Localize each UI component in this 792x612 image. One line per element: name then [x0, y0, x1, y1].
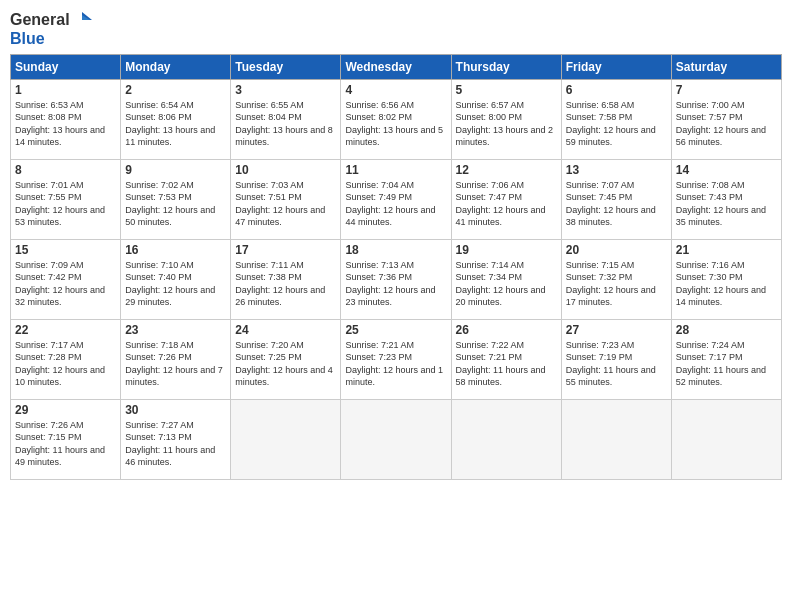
day-number: 18	[345, 243, 446, 257]
day-number: 11	[345, 163, 446, 177]
day-info: Sunrise: 7:06 AMSunset: 7:47 PMDaylight:…	[456, 179, 557, 229]
day-info: Sunrise: 7:11 AMSunset: 7:38 PMDaylight:…	[235, 259, 336, 309]
day-number: 9	[125, 163, 226, 177]
col-thursday: Thursday	[451, 54, 561, 79]
calendar-cell: 23Sunrise: 7:18 AMSunset: 7:26 PMDayligh…	[121, 319, 231, 399]
calendar-cell: 1Sunrise: 6:53 AMSunset: 8:08 PMDaylight…	[11, 79, 121, 159]
day-info: Sunrise: 7:01 AMSunset: 7:55 PMDaylight:…	[15, 179, 116, 229]
day-info: Sunrise: 6:53 AMSunset: 8:08 PMDaylight:…	[15, 99, 116, 149]
day-info: Sunrise: 7:18 AMSunset: 7:26 PMDaylight:…	[125, 339, 226, 389]
calendar-cell	[671, 399, 781, 479]
calendar-cell: 2Sunrise: 6:54 AMSunset: 8:06 PMDaylight…	[121, 79, 231, 159]
day-info: Sunrise: 7:09 AMSunset: 7:42 PMDaylight:…	[15, 259, 116, 309]
day-info: Sunrise: 7:16 AMSunset: 7:30 PMDaylight:…	[676, 259, 777, 309]
header-row: Sunday Monday Tuesday Wednesday Thursday…	[11, 54, 782, 79]
day-number: 17	[235, 243, 336, 257]
calendar-cell: 28Sunrise: 7:24 AMSunset: 7:17 PMDayligh…	[671, 319, 781, 399]
day-number: 25	[345, 323, 446, 337]
day-info: Sunrise: 7:17 AMSunset: 7:28 PMDaylight:…	[15, 339, 116, 389]
calendar-cell: 18Sunrise: 7:13 AMSunset: 7:36 PMDayligh…	[341, 239, 451, 319]
day-number: 20	[566, 243, 667, 257]
calendar-cell: 29Sunrise: 7:26 AMSunset: 7:15 PMDayligh…	[11, 399, 121, 479]
day-info: Sunrise: 7:23 AMSunset: 7:19 PMDaylight:…	[566, 339, 667, 389]
calendar-table: Sunday Monday Tuesday Wednesday Thursday…	[10, 54, 782, 480]
calendar-row: 22Sunrise: 7:17 AMSunset: 7:28 PMDayligh…	[11, 319, 782, 399]
day-info: Sunrise: 7:22 AMSunset: 7:21 PMDaylight:…	[456, 339, 557, 389]
col-friday: Friday	[561, 54, 671, 79]
day-number: 23	[125, 323, 226, 337]
day-number: 26	[456, 323, 557, 337]
day-info: Sunrise: 7:03 AMSunset: 7:51 PMDaylight:…	[235, 179, 336, 229]
calendar-cell: 4Sunrise: 6:56 AMSunset: 8:02 PMDaylight…	[341, 79, 451, 159]
day-info: Sunrise: 6:54 AMSunset: 8:06 PMDaylight:…	[125, 99, 226, 149]
day-number: 4	[345, 83, 446, 97]
calendar-cell: 19Sunrise: 7:14 AMSunset: 7:34 PMDayligh…	[451, 239, 561, 319]
calendar-cell: 14Sunrise: 7:08 AMSunset: 7:43 PMDayligh…	[671, 159, 781, 239]
day-number: 16	[125, 243, 226, 257]
calendar-cell: 27Sunrise: 7:23 AMSunset: 7:19 PMDayligh…	[561, 319, 671, 399]
calendar-cell: 30Sunrise: 7:27 AMSunset: 7:13 PMDayligh…	[121, 399, 231, 479]
calendar-cell: 16Sunrise: 7:10 AMSunset: 7:40 PMDayligh…	[121, 239, 231, 319]
calendar-cell: 24Sunrise: 7:20 AMSunset: 7:25 PMDayligh…	[231, 319, 341, 399]
logo-container: General Blue	[10, 10, 92, 48]
calendar-cell: 11Sunrise: 7:04 AMSunset: 7:49 PMDayligh…	[341, 159, 451, 239]
col-wednesday: Wednesday	[341, 54, 451, 79]
calendar-cell: 12Sunrise: 7:06 AMSunset: 7:47 PMDayligh…	[451, 159, 561, 239]
day-number: 6	[566, 83, 667, 97]
day-info: Sunrise: 7:07 AMSunset: 7:45 PMDaylight:…	[566, 179, 667, 229]
day-info: Sunrise: 7:14 AMSunset: 7:34 PMDaylight:…	[456, 259, 557, 309]
calendar-cell: 17Sunrise: 7:11 AMSunset: 7:38 PMDayligh…	[231, 239, 341, 319]
calendar-cell: 7Sunrise: 7:00 AMSunset: 7:57 PMDaylight…	[671, 79, 781, 159]
calendar-row: 8Sunrise: 7:01 AMSunset: 7:55 PMDaylight…	[11, 159, 782, 239]
calendar-cell: 25Sunrise: 7:21 AMSunset: 7:23 PMDayligh…	[341, 319, 451, 399]
day-info: Sunrise: 6:56 AMSunset: 8:02 PMDaylight:…	[345, 99, 446, 149]
calendar-cell: 6Sunrise: 6:58 AMSunset: 7:58 PMDaylight…	[561, 79, 671, 159]
calendar-body: 1Sunrise: 6:53 AMSunset: 8:08 PMDaylight…	[11, 79, 782, 479]
day-number: 12	[456, 163, 557, 177]
day-number: 29	[15, 403, 116, 417]
day-number: 7	[676, 83, 777, 97]
col-sunday: Sunday	[11, 54, 121, 79]
day-number: 8	[15, 163, 116, 177]
day-info: Sunrise: 7:13 AMSunset: 7:36 PMDaylight:…	[345, 259, 446, 309]
logo-general-text: General	[10, 11, 70, 29]
day-info: Sunrise: 6:57 AMSunset: 8:00 PMDaylight:…	[456, 99, 557, 149]
day-info: Sunrise: 7:21 AMSunset: 7:23 PMDaylight:…	[345, 339, 446, 389]
day-number: 3	[235, 83, 336, 97]
calendar-cell: 5Sunrise: 6:57 AMSunset: 8:00 PMDaylight…	[451, 79, 561, 159]
calendar-cell	[561, 399, 671, 479]
day-info: Sunrise: 7:26 AMSunset: 7:15 PMDaylight:…	[15, 419, 116, 469]
calendar-row: 1Sunrise: 6:53 AMSunset: 8:08 PMDaylight…	[11, 79, 782, 159]
page-header: General Blue	[10, 10, 782, 48]
calendar-cell	[231, 399, 341, 479]
day-info: Sunrise: 7:00 AMSunset: 7:57 PMDaylight:…	[676, 99, 777, 149]
calendar-cell: 9Sunrise: 7:02 AMSunset: 7:53 PMDaylight…	[121, 159, 231, 239]
calendar-cell: 3Sunrise: 6:55 AMSunset: 8:04 PMDaylight…	[231, 79, 341, 159]
col-saturday: Saturday	[671, 54, 781, 79]
day-info: Sunrise: 7:24 AMSunset: 7:17 PMDaylight:…	[676, 339, 777, 389]
calendar-cell: 26Sunrise: 7:22 AMSunset: 7:21 PMDayligh…	[451, 319, 561, 399]
day-info: Sunrise: 6:55 AMSunset: 8:04 PMDaylight:…	[235, 99, 336, 149]
calendar-cell: 13Sunrise: 7:07 AMSunset: 7:45 PMDayligh…	[561, 159, 671, 239]
day-number: 2	[125, 83, 226, 97]
day-number: 1	[15, 83, 116, 97]
calendar-row: 15Sunrise: 7:09 AMSunset: 7:42 PMDayligh…	[11, 239, 782, 319]
calendar-cell: 15Sunrise: 7:09 AMSunset: 7:42 PMDayligh…	[11, 239, 121, 319]
calendar-cell	[451, 399, 561, 479]
day-info: Sunrise: 7:02 AMSunset: 7:53 PMDaylight:…	[125, 179, 226, 229]
day-info: Sunrise: 6:58 AMSunset: 7:58 PMDaylight:…	[566, 99, 667, 149]
day-info: Sunrise: 7:27 AMSunset: 7:13 PMDaylight:…	[125, 419, 226, 469]
day-number: 30	[125, 403, 226, 417]
day-number: 15	[15, 243, 116, 257]
logo: General Blue	[10, 10, 92, 48]
logo-blue-text: Blue	[10, 30, 92, 48]
day-number: 28	[676, 323, 777, 337]
day-number: 22	[15, 323, 116, 337]
calendar-row: 29Sunrise: 7:26 AMSunset: 7:15 PMDayligh…	[11, 399, 782, 479]
day-info: Sunrise: 7:04 AMSunset: 7:49 PMDaylight:…	[345, 179, 446, 229]
day-info: Sunrise: 7:20 AMSunset: 7:25 PMDaylight:…	[235, 339, 336, 389]
col-tuesday: Tuesday	[231, 54, 341, 79]
day-number: 10	[235, 163, 336, 177]
day-info: Sunrise: 7:08 AMSunset: 7:43 PMDaylight:…	[676, 179, 777, 229]
day-number: 19	[456, 243, 557, 257]
